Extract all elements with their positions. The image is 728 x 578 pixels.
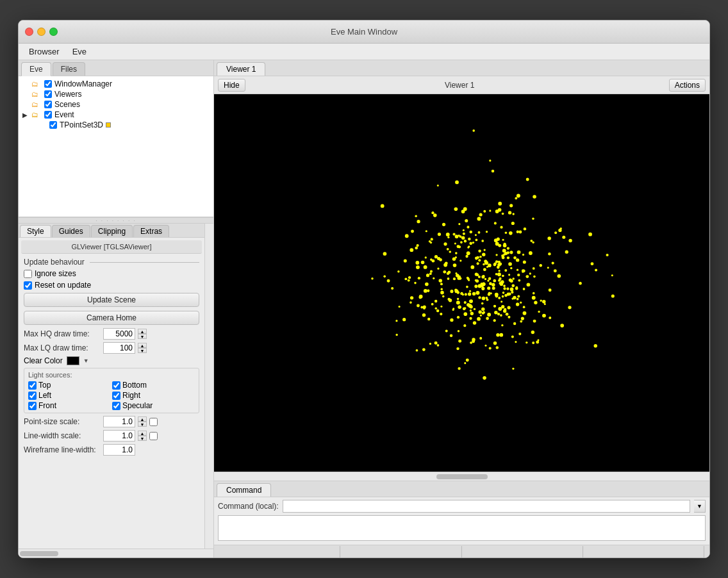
folder-icon: 🗂: [31, 80, 42, 88]
max-lq-spinners: ▲ ▼: [138, 343, 147, 353]
command-local-input[interactable]: [283, 500, 690, 513]
style-tabs: Style Guides Clipping Extras: [19, 224, 204, 238]
tree-label-tpointset3d: TPointSet3D: [60, 120, 103, 129]
checkbox-light-bottom[interactable]: [112, 381, 120, 390]
checkbox-point-size[interactable]: [149, 418, 158, 426]
traffic-lights: [25, 28, 58, 36]
line-width-input[interactable]: [103, 430, 135, 442]
line-width-down[interactable]: ▼: [138, 436, 147, 441]
checkbox-light-front[interactable]: [28, 402, 37, 410]
tab-clipping[interactable]: Clipping: [91, 225, 133, 237]
point-size-input[interactable]: [103, 416, 135, 427]
gl-viewer-label: GLViewer [TGLSAViewer]: [21, 240, 202, 254]
max-lq-down[interactable]: ▼: [138, 348, 147, 353]
max-hq-input[interactable]: [103, 328, 135, 340]
status-seg-1: [219, 546, 340, 557]
viewer-scrollbar[interactable]: [214, 472, 709, 481]
checkbox-light-right[interactable]: [112, 392, 120, 400]
viewer-scrollbar-thumb: [436, 474, 488, 479]
update-behaviour-row: Update behaviour: [19, 256, 204, 268]
hide-button[interactable]: Hide: [218, 79, 245, 92]
actions-button[interactable]: Actions: [669, 79, 706, 92]
menu-browser[interactable]: Browser: [24, 45, 65, 58]
command-input-row: Command (local): ▼: [214, 497, 709, 515]
resize-dots-icon: · · · · · · · ·: [95, 218, 136, 224]
minimize-button[interactable]: [37, 28, 46, 36]
tree-item-windowmanager: 🗂 WindowManager: [21, 79, 211, 89]
checkbox-event[interactable]: [44, 111, 52, 119]
light-sources-group: Light sources: Top Bottom: [24, 368, 199, 413]
point-size-label: Point-size scale:: [24, 417, 101, 426]
statusbar: [214, 545, 709, 557]
point-size-down[interactable]: ▼: [138, 422, 147, 427]
checkbox-light-specular[interactable]: [112, 402, 120, 410]
point-size-up[interactable]: ▲: [138, 417, 147, 422]
tree-label-scenes: Scenes: [54, 100, 80, 109]
section-divider: [90, 262, 199, 263]
checkbox-reset-on-update[interactable]: [24, 281, 32, 290]
command-dropdown-arrow[interactable]: ▼: [694, 500, 706, 513]
checkbox-ignore-sizes[interactable]: [24, 270, 32, 278]
checkbox-windowmanager[interactable]: [44, 80, 52, 88]
wireframe-input[interactable]: [103, 444, 135, 456]
right-panel: Viewer 1 Hide Viewer 1 Actions Co: [214, 60, 709, 557]
light-right: Right: [112, 391, 195, 400]
max-hq-up[interactable]: ▲: [138, 329, 147, 334]
tab-eve[interactable]: Eve: [21, 62, 51, 76]
command-area: Command Command (local): ▼: [214, 481, 709, 545]
max-hq-down[interactable]: ▼: [138, 334, 147, 339]
tree-label-windowmanager: WindowManager: [54, 79, 112, 88]
tab-viewer1[interactable]: Viewer 1: [217, 62, 265, 76]
tree-item-scenes: 🗂 Scenes: [21, 99, 211, 110]
tab-guides[interactable]: Guides: [52, 225, 90, 237]
tree-item-tpointset3d: TPointSet3D: [47, 120, 211, 130]
light-front: Front: [28, 401, 111, 410]
tab-files[interactable]: Files: [53, 62, 85, 76]
max-hq-spinners: ▲ ▼: [138, 329, 147, 339]
maximize-button[interactable]: [49, 28, 58, 36]
max-lq-input[interactable]: [103, 342, 135, 354]
camera-home-button[interactable]: Camera Home: [24, 311, 199, 325]
ignore-sizes-row: Ignore sizes: [19, 268, 204, 279]
wireframe-label: Wireframe line-width:: [24, 445, 101, 454]
checkbox-light-left[interactable]: [28, 392, 37, 400]
folder-icon-event: 🗂: [31, 111, 42, 119]
menu-eve[interactable]: Eve: [67, 45, 92, 58]
style-panel-scrollbar[interactable]: [204, 224, 213, 549]
light-sources-grid: Top Bottom Left: [28, 381, 195, 410]
light-top: Top: [28, 381, 111, 390]
viewer-canvas[interactable]: [214, 94, 709, 472]
update-scene-button[interactable]: Update Scene: [24, 293, 199, 307]
checkbox-viewers[interactable]: [44, 90, 52, 98]
main-layout: Eve Files 🗂 WindowManager 🗂 Viewers: [19, 60, 709, 557]
close-button[interactable]: [25, 28, 33, 36]
window-title: Eve Main Window: [331, 27, 397, 37]
checkbox-line-width[interactable]: [149, 432, 158, 440]
tree-resize-handle[interactable]: · · · · · · · ·: [19, 217, 213, 224]
reset-on-update-row: Reset on update: [19, 279, 204, 291]
max-lq-up[interactable]: ▲: [138, 343, 147, 348]
point-size-spinners: ▲ ▼: [138, 417, 147, 427]
line-width-up[interactable]: ▲: [138, 431, 147, 436]
reset-on-update-label: Reset on update: [35, 281, 91, 290]
left-panel: Eve Files 🗂 WindowManager 🗂 Viewers: [19, 60, 214, 557]
h-scrollbar-thumb: [20, 551, 58, 556]
wireframe-row: Wireframe line-width:: [19, 443, 204, 457]
light-specular-label: Specular: [122, 401, 153, 410]
light-top-label: Top: [38, 381, 51, 390]
clear-color-swatch[interactable]: [67, 356, 79, 365]
point-size-row: Point-size scale: ▲ ▼: [19, 415, 204, 429]
command-local-label: Command (local):: [218, 502, 279, 511]
tab-style[interactable]: Style: [20, 225, 51, 237]
color-dropdown-arrow[interactable]: ▼: [83, 358, 89, 364]
tab-extras[interactable]: Extras: [133, 225, 169, 237]
marker-icon: [106, 122, 111, 128]
viewer-toolbar: Hide Viewer 1 Actions: [214, 76, 709, 94]
checkbox-light-top[interactable]: [28, 381, 37, 390]
checkbox-scenes[interactable]: [44, 101, 52, 108]
left-panel-h-scrollbar[interactable]: [19, 549, 213, 557]
tab-command[interactable]: Command: [217, 483, 271, 497]
tree-view: 🗂 WindowManager 🗂 Viewers 🗂 Scenes: [19, 76, 213, 217]
main-window: Eve Main Window Browser Eve Eve Files 🗂 …: [18, 20, 710, 558]
checkbox-tpointset3d[interactable]: [49, 121, 57, 129]
